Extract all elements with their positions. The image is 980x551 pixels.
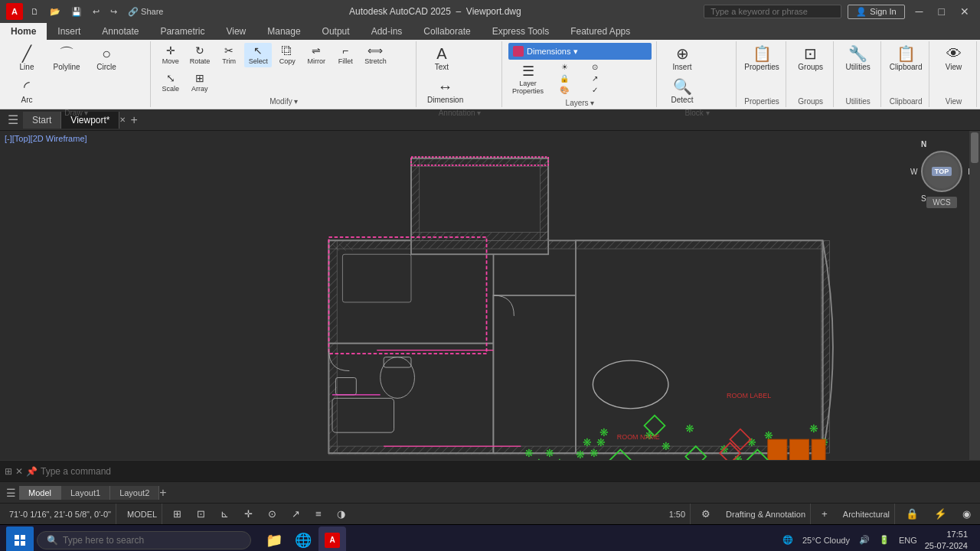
layer-isolate-button[interactable]: ⊙ bbox=[581, 62, 609, 72]
doc-tab-add-button[interactable]: + bbox=[126, 113, 142, 127]
otrack-button[interactable]: ↗ bbox=[287, 504, 305, 524]
layout-tab-layout2[interactable]: Layout2 bbox=[110, 486, 159, 500]
transparency-button[interactable]: ◑ bbox=[332, 504, 350, 524]
properties-label: Properties bbox=[744, 96, 779, 106]
layer-freeze-button[interactable]: ☀ bbox=[550, 62, 578, 72]
view-button[interactable]: 👁 View bbox=[935, 43, 973, 74]
minimize-button[interactable]: ─ bbox=[911, 4, 928, 19]
tray-network-icon[interactable]: 🌐 bbox=[779, 533, 796, 546]
block-detect-button[interactable]: 🔍 Detect bbox=[663, 76, 701, 107]
qat-open[interactable]: 📂 bbox=[47, 5, 64, 18]
layer-color-button[interactable]: 🎨 bbox=[550, 85, 578, 95]
modify-array-button[interactable]: ⊞ Array bbox=[186, 70, 214, 95]
annotation-text-button[interactable]: A Text bbox=[423, 43, 461, 74]
tab-output[interactable]: Output bbox=[312, 23, 361, 40]
title-search-input[interactable] bbox=[704, 5, 841, 18]
modify-mirror-button[interactable]: ⇌ Mirror bbox=[302, 43, 330, 67]
block-insert-button[interactable]: ⊕ Insert bbox=[663, 43, 701, 74]
lock-viewport-button[interactable]: 🔒 bbox=[901, 504, 923, 524]
tab-insert[interactable]: Insert bbox=[47, 23, 91, 40]
hardware-accel-button[interactable]: ⚡ bbox=[929, 504, 952, 524]
scrollbar-thumb[interactable] bbox=[971, 132, 978, 163]
taskbar-explorer-icon[interactable]: 📁 bbox=[260, 527, 288, 552]
tray-battery-icon[interactable]: 🔋 bbox=[876, 533, 893, 546]
annotation-dimension-button[interactable]: ↔ Dimension bbox=[423, 76, 468, 107]
layers-dropdown[interactable]: Dimensions ▾ bbox=[508, 43, 652, 60]
coordinates-display[interactable]: 71'-0 1/16", 21'-0 5/8", 0'-0" bbox=[5, 504, 116, 524]
command-input[interactable] bbox=[41, 466, 975, 477]
select-button[interactable]: ↖ Select bbox=[244, 43, 272, 67]
sign-in-button[interactable]: 👤 Sign In bbox=[848, 5, 904, 19]
draw-polyline-button[interactable]: ⌒ Polyline bbox=[47, 43, 86, 74]
qat-new[interactable]: 🗋 bbox=[28, 5, 42, 18]
properties-button[interactable]: 📋 Properties bbox=[740, 43, 784, 74]
tab-addins[interactable]: Add-ins bbox=[361, 23, 413, 40]
doc-tab-start[interactable]: Start bbox=[23, 112, 61, 129]
modify-copy-button[interactable]: ⿻ Copy bbox=[273, 43, 301, 67]
doc-tab-menu-button[interactable]: ☰ bbox=[3, 112, 23, 127]
tab-featuredapps[interactable]: Featured Apps bbox=[560, 23, 641, 40]
modify-rotate-button[interactable]: ↻ Rotate bbox=[186, 43, 214, 67]
tab-expresstools[interactable]: Express Tools bbox=[482, 23, 560, 40]
tab-view[interactable]: View bbox=[215, 23, 256, 40]
layer-current-button[interactable]: ✓ bbox=[581, 85, 609, 95]
close-button[interactable]: ✕ bbox=[956, 4, 974, 19]
taskbar-autocad-icon[interactable]: A bbox=[318, 527, 346, 552]
draw-arc-button[interactable]: ◜ Arc bbox=[8, 76, 46, 107]
qat-share[interactable]: 🔗 Share bbox=[125, 5, 166, 18]
block-buttons: ⊕ Insert 🔍 Detect bbox=[663, 43, 731, 107]
utilities-button[interactable]: 🔧 Utilities bbox=[839, 43, 877, 74]
taskbar-app-icons: 📁 🌐 A bbox=[260, 527, 346, 552]
taskbar-search-box[interactable]: 🔍 bbox=[37, 531, 251, 549]
layer-match-button[interactable]: ↗ bbox=[581, 73, 609, 83]
tab-manage[interactable]: Manage bbox=[256, 23, 311, 40]
modify-move-button[interactable]: ✛ Move bbox=[157, 43, 185, 67]
snap-button[interactable]: ⊡ bbox=[192, 504, 210, 524]
annotation-scale-button[interactable]: + bbox=[817, 504, 832, 524]
model-space-indicator[interactable]: MODEL bbox=[122, 504, 162, 524]
isolation-button[interactable]: ◉ bbox=[958, 504, 975, 524]
qat-save[interactable]: 💾 bbox=[68, 5, 85, 18]
tray-datetime[interactable]: 17:51 25-07-2024 bbox=[925, 529, 968, 551]
qat-redo[interactable]: ↪ bbox=[107, 5, 120, 18]
osnap-button[interactable]: ⊙ bbox=[263, 504, 281, 524]
tray-volume-icon[interactable]: 🔊 bbox=[856, 533, 873, 546]
taskbar-search-input[interactable] bbox=[63, 535, 231, 546]
modify-scale-button[interactable]: ⤡ Scale bbox=[157, 70, 185, 95]
tab-annotate[interactable]: Annotate bbox=[91, 23, 149, 40]
modify-stretch-button[interactable]: ⟺ Stretch bbox=[361, 43, 390, 67]
clipboard-button[interactable]: 📋 Clipboard bbox=[885, 43, 927, 74]
layout-tab-menu-button[interactable]: ☰ bbox=[3, 487, 19, 499]
grid-button[interactable]: ⊞ bbox=[168, 504, 186, 524]
vertical-scrollbar[interactable] bbox=[969, 131, 980, 460]
architectural-display[interactable]: Architectural bbox=[838, 504, 895, 524]
draw-circle-button[interactable]: ○ Circle bbox=[87, 43, 126, 74]
tray-lang[interactable]: ENG bbox=[896, 534, 920, 546]
layer-props-button[interactable]: ☰ LayerProperties bbox=[508, 62, 547, 97]
modify-fillet-button[interactable]: ⌐ Fillet bbox=[332, 43, 359, 67]
cmd-x-button[interactable]: ✕ bbox=[15, 466, 23, 477]
taskbar-chrome-icon[interactable]: 🌐 bbox=[289, 527, 317, 552]
scale-display[interactable]: 1:50 bbox=[665, 504, 691, 524]
maximize-button[interactable]: □ bbox=[934, 4, 949, 19]
lineweight-button[interactable]: ≡ bbox=[311, 504, 326, 524]
layout-tab-add-button[interactable]: + bbox=[159, 486, 166, 500]
tab-parametric[interactable]: Parametric bbox=[149, 23, 215, 40]
tab-home[interactable]: Home bbox=[0, 23, 47, 40]
layout-tab-layout1[interactable]: Layout1 bbox=[61, 486, 110, 500]
settings-button[interactable]: ⚙ bbox=[697, 504, 715, 524]
polar-button[interactable]: ✛ bbox=[240, 504, 257, 524]
groups-button[interactable]: ⊡ Groups bbox=[792, 43, 830, 74]
viewport[interactable]: [-][Top][2D Wireframe] N W E S TOP WCS bbox=[0, 131, 980, 460]
modify-trim-button[interactable]: ✂ Trim bbox=[215, 43, 243, 67]
doc-tab-close-button[interactable]: ✕ bbox=[119, 116, 126, 124]
workspace-display[interactable]: Drafting & Annotation bbox=[721, 504, 811, 524]
ortho-button[interactable]: ⊾ bbox=[216, 504, 234, 524]
tab-collaborate[interactable]: Collaborate bbox=[413, 23, 481, 40]
layer-lock-button[interactable]: 🔒 bbox=[550, 73, 578, 83]
tray-weather[interactable]: 25°C Cloudy bbox=[799, 534, 853, 546]
draw-line-button[interactable]: ╱ Line bbox=[8, 43, 46, 74]
qat-undo[interactable]: ↩ bbox=[90, 5, 103, 18]
layout-tab-model[interactable]: Model bbox=[19, 486, 61, 500]
start-button[interactable] bbox=[6, 527, 34, 552]
